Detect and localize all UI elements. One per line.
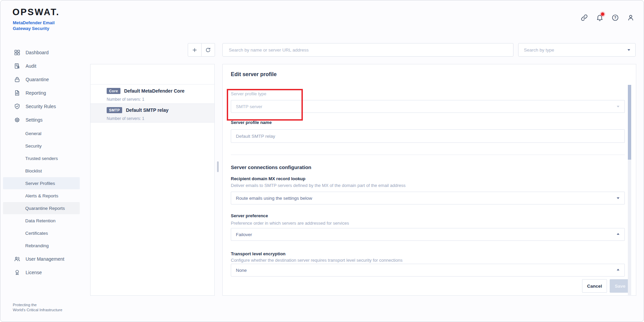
header-icon-bar: ? <box>580 13 635 22</box>
server-preference-select[interactable]: Failover <box>231 228 625 241</box>
sidebar-item-general[interactable]: General <box>3 127 80 139</box>
sidebar-item-security[interactable]: Security <box>3 140 80 152</box>
server-profile-name-label: Server profile name <box>231 120 272 125</box>
edit-panel-scrollbar-track[interactable] <box>628 85 631 296</box>
server-profile-type-value: SMTP server <box>236 104 262 109</box>
mx-lookup-select[interactable]: Route emails using the settings below <box>231 192 625 204</box>
sidebar-item-alerts-reports[interactable]: Alerts & Reports <box>3 190 80 202</box>
server-profile-type-label: Server profile type <box>231 91 266 96</box>
list-scrollbar-thumb[interactable] <box>217 161 219 172</box>
search-by-type-placeholder: Search by type <box>524 47 554 53</box>
award-ribbon-icon <box>14 269 21 276</box>
sidebar-item-label: License <box>26 270 42 275</box>
sidebar-item-quarantine-reports[interactable]: Quarantine Reports <box>3 202 80 214</box>
profile-meta: Number of servers: 1 <box>107 116 144 121</box>
sidebar-item-server-profiles[interactable]: Server Profiles <box>3 177 80 189</box>
panel-title: Edit server profile <box>231 71 277 77</box>
chevron-down-icon <box>628 49 630 51</box>
refresh-button[interactable] <box>201 43 215 56</box>
product-name-line2: Gateway Security <box>13 26 55 31</box>
search-by-type-dropdown[interactable]: Search by type <box>518 43 636 57</box>
list-toolbar <box>188 43 215 57</box>
profile-name: Default MetaDefender Core <box>124 88 185 94</box>
server-profile-type-select[interactable]: SMTP server <box>231 100 625 113</box>
sidebar-item-quarantine[interactable]: Quarantine <box>3 73 80 86</box>
account-icon[interactable] <box>626 13 635 22</box>
sidebar-item-label: Security Rules <box>26 104 56 109</box>
shield-check-icon <box>14 103 21 110</box>
opswat-logo: OPSWAT. <box>12 7 60 18</box>
sidebar-item-security-rules[interactable]: Security Rules <box>3 100 80 112</box>
sidebar-item-data-retention[interactable]: Data Retention <box>3 215 80 227</box>
edit-panel-scrollbar-thumb[interactable] <box>628 85 631 160</box>
profile-name: Default SMTP relay <box>126 107 169 113</box>
transport-encryption-select[interactable]: None <box>231 264 625 277</box>
profile-type-badge: SMTP <box>107 107 122 113</box>
audit-icon <box>14 63 21 69</box>
list-item-default-smtp-relay[interactable]: SMTP Default SMTP relay Number of server… <box>91 103 214 123</box>
sidebar-item-label: Security <box>25 143 42 149</box>
search-input[interactable] <box>222 43 513 57</box>
sidebar-item-label: General <box>25 131 41 136</box>
add-server-profile-button[interactable] <box>188 43 201 56</box>
gear-icon <box>14 117 21 123</box>
refresh-icon <box>205 47 211 53</box>
plus-icon <box>191 47 198 53</box>
save-button[interactable]: Save <box>610 279 631 293</box>
profile-meta: Number of servers: 1 <box>107 97 144 102</box>
sidebar-item-label: Quarantine <box>26 77 49 82</box>
server-preference-description: Preference order in which servers are ad… <box>231 221 349 226</box>
help-icon[interactable]: ? <box>611 13 619 22</box>
notification-dot <box>601 12 604 16</box>
users-icon <box>14 256 21 262</box>
sidebar-item-label: User Management <box>26 256 64 262</box>
sidebar-item-dashboard[interactable]: Dashboard <box>3 46 80 59</box>
transport-encryption-label: Transport level encryption <box>231 251 286 256</box>
chevron-up-icon <box>617 233 619 235</box>
sidebar-item-blocklist[interactable]: Blocklist <box>3 165 80 177</box>
sidebar-item-label: Quarantine Reports <box>25 206 65 211</box>
svg-text:?: ? <box>614 15 616 20</box>
app-window: OPSWAT. MetaDefender Email Gateway Secur… <box>0 0 644 322</box>
sidebar-item-rebranding[interactable]: Rebranding <box>3 239 80 252</box>
connections-section-title: Server connections configuration <box>231 164 311 170</box>
footer-tagline: Protecting the World's Critical Infrastr… <box>13 302 62 313</box>
transport-encryption-value: None <box>236 268 247 273</box>
server-preference-value: Failover <box>236 232 252 237</box>
link-icon[interactable] <box>580 13 588 22</box>
transport-encryption-description: Configure whether the destination server… <box>231 258 402 263</box>
sidebar-item-label: Server Profiles <box>25 181 55 186</box>
sidebar-item-label: Trusted senders <box>25 156 58 161</box>
sidebar-item-audit[interactable]: Audit <box>3 60 80 72</box>
footer-tagline-line1: Protecting the <box>13 302 62 308</box>
notifications-bell-icon[interactable] <box>595 13 604 22</box>
sidebar-item-reporting[interactable]: Reporting <box>3 87 80 99</box>
sidebar-item-label: Reporting <box>26 90 46 96</box>
sidebar-item-license[interactable]: License <box>3 266 80 279</box>
sidebar-item-label: Audit <box>26 63 36 69</box>
profile-type-badge: Core <box>107 88 120 94</box>
dashboard-grid-icon <box>14 49 21 56</box>
chevron-up-icon <box>617 269 619 270</box>
mx-lookup-value: Route emails using the settings below <box>236 196 312 201</box>
edit-server-profile-panel: Edit server profile Server profile type … <box>222 64 636 296</box>
mx-lookup-description: Deliver emails to SMTP servers defined b… <box>231 183 405 188</box>
product-name: MetaDefender Email Gateway Security <box>13 20 55 31</box>
lock-icon <box>14 76 21 83</box>
sidebar-item-label: Blocklist <box>25 168 42 173</box>
list-item-default-metadefender-core[interactable]: Core Default MetaDefender Core Number of… <box>91 84 214 103</box>
sidebar-item-certificates[interactable]: Certificates <box>3 227 80 239</box>
sidebar-item-settings[interactable]: Settings <box>3 114 80 126</box>
chevron-down-icon <box>617 106 619 107</box>
chevron-down-icon <box>617 197 619 199</box>
server-profile-name-input[interactable] <box>231 129 625 143</box>
sidebar-item-label: Dashboard <box>26 50 49 55</box>
sidebar-item-label: Rebranding <box>25 243 49 248</box>
sidebar-item-user-management[interactable]: User Management <box>3 253 80 265</box>
sidebar-item-label: Data Retention <box>25 218 56 223</box>
cancel-button[interactable]: Cancel <box>582 279 607 293</box>
report-document-icon <box>14 90 21 96</box>
server-profile-list: Core Default MetaDefender Core Number of… <box>90 64 215 296</box>
footer-tagline-line2: World's Critical Infrastructure <box>13 308 62 313</box>
sidebar-item-trusted-senders[interactable]: Trusted senders <box>3 152 80 164</box>
